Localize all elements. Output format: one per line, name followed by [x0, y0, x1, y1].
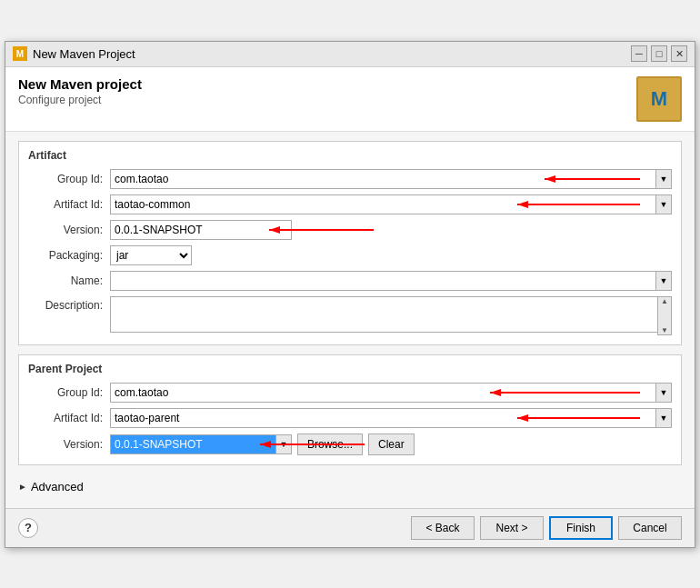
artifact-name-input[interactable]: [110, 271, 655, 291]
minimize-button[interactable]: ─: [631, 45, 647, 62]
next-button[interactable]: Next >: [480, 516, 544, 540]
parent-group-id-dropdown[interactable]: ▼: [655, 383, 672, 403]
parent-artifact-id-label: Artifact Id:: [28, 412, 110, 424]
header-text: New Maven project Configure project: [18, 76, 142, 106]
artifact-id-input-group: ▼: [110, 194, 672, 214]
parent-group-id-label: Group Id:: [28, 386, 110, 399]
title-bar-left: M New Maven Project: [13, 46, 135, 61]
back-button[interactable]: < Back: [411, 516, 475, 540]
group-id-input-group: ▼: [110, 169, 672, 189]
close-button[interactable]: ✕: [671, 45, 687, 62]
group-id-label: Group Id:: [28, 173, 110, 185]
scroll-up[interactable]: ▲: [658, 297, 671, 305]
maven-icon: M: [636, 76, 682, 122]
svg-text:M: M: [16, 49, 24, 59]
version-input-group: [110, 220, 292, 240]
artifact-group-id-input[interactable]: [110, 169, 655, 189]
finish-button[interactable]: Finish: [549, 516, 613, 540]
group-id-dropdown[interactable]: ▼: [655, 169, 672, 189]
scroll-down[interactable]: ▼: [658, 326, 671, 334]
footer-right: < Back Next > Finish Cancel: [411, 516, 682, 540]
footer-left: ?: [18, 518, 38, 538]
description-label: Description:: [28, 296, 110, 312]
title-controls: ─ □ ✕: [631, 45, 687, 62]
artifact-version-row: Version:: [28, 220, 672, 240]
description-scrollbar[interactable]: ▲ ▼: [657, 296, 672, 335]
parent-version-row: Version: ▼ Browse... Clear: [28, 434, 672, 455]
artifact-version-input[interactable]: [110, 220, 292, 240]
parent-artifact-id-dropdown[interactable]: ▼: [655, 408, 672, 428]
parent-project-section: Parent Project Group Id: ▼ Artifact Id:: [18, 354, 682, 465]
artifact-id-row: Artifact Id: ▼: [28, 194, 672, 214]
artifact-artifact-id-input[interactable]: [110, 194, 655, 214]
name-dropdown[interactable]: ▼: [655, 271, 672, 291]
parent-group-id-input[interactable]: [110, 383, 655, 403]
main-title: New Maven project: [18, 76, 142, 92]
name-input-group: ▼: [110, 271, 672, 291]
description-container: ▲ ▼: [110, 296, 672, 335]
dialog-window: M New Maven Project ─ □ ✕ New Maven proj…: [5, 41, 695, 548]
browse-button[interactable]: Browse...: [297, 434, 363, 455]
sub-title: Configure project: [18, 94, 142, 106]
artifact-id-label: Artifact Id:: [28, 198, 110, 211]
advanced-triangle-icon: ►: [18, 482, 27, 492]
title-text: New Maven Project: [33, 47, 135, 61]
name-row: Name: ▼: [28, 271, 672, 291]
header-section: New Maven project Configure project M: [5, 67, 695, 132]
advanced-label: Advanced: [31, 480, 84, 493]
artifact-section: Artifact Group Id: ▼ Artifact Id:: [18, 141, 682, 345]
maven-title-icon: M: [13, 46, 27, 61]
parent-artifact-id-input[interactable]: [110, 408, 655, 428]
packaging-row: Packaging: jar war pom ear: [28, 245, 672, 265]
parent-artifact-id-input-group: ▼: [110, 408, 672, 428]
content-area: Artifact Group Id: ▼ Artifact Id:: [5, 132, 695, 508]
help-button[interactable]: ?: [18, 518, 38, 538]
footer: ? < Back Next > Finish Cancel: [5, 508, 695, 547]
parent-version-input-wrapper: ▼: [110, 434, 292, 454]
parent-version-dropdown[interactable]: ▼: [275, 434, 292, 454]
cancel-button[interactable]: Cancel: [618, 516, 682, 540]
maximize-button[interactable]: □: [651, 45, 667, 62]
group-id-row: Group Id: ▼: [28, 169, 672, 189]
parent-version-controls: ▼ Browse... Clear: [110, 434, 672, 455]
clear-button[interactable]: Clear: [368, 434, 415, 455]
parent-group-id-row: Group Id: ▼: [28, 383, 672, 403]
parent-version-label: Version:: [28, 438, 110, 451]
artifact-id-dropdown[interactable]: ▼: [655, 194, 672, 214]
parent-group-id-input-group: ▼: [110, 383, 672, 403]
advanced-row[interactable]: ► Advanced: [18, 474, 682, 499]
artifact-section-label: Artifact: [28, 149, 672, 162]
description-input[interactable]: [110, 296, 672, 333]
parent-artifact-id-row: Artifact Id: ▼: [28, 408, 672, 428]
description-row: Description: ▲ ▼: [28, 296, 672, 335]
title-bar: M New Maven Project ─ □ ✕: [5, 42, 695, 67]
name-label: Name:: [28, 274, 110, 287]
artifact-version-label: Version:: [28, 224, 110, 236]
packaging-select[interactable]: jar war pom ear: [110, 245, 192, 265]
parent-section-label: Parent Project: [28, 363, 672, 375]
packaging-label: Packaging:: [28, 249, 110, 262]
parent-version-input[interactable]: [110, 434, 275, 454]
